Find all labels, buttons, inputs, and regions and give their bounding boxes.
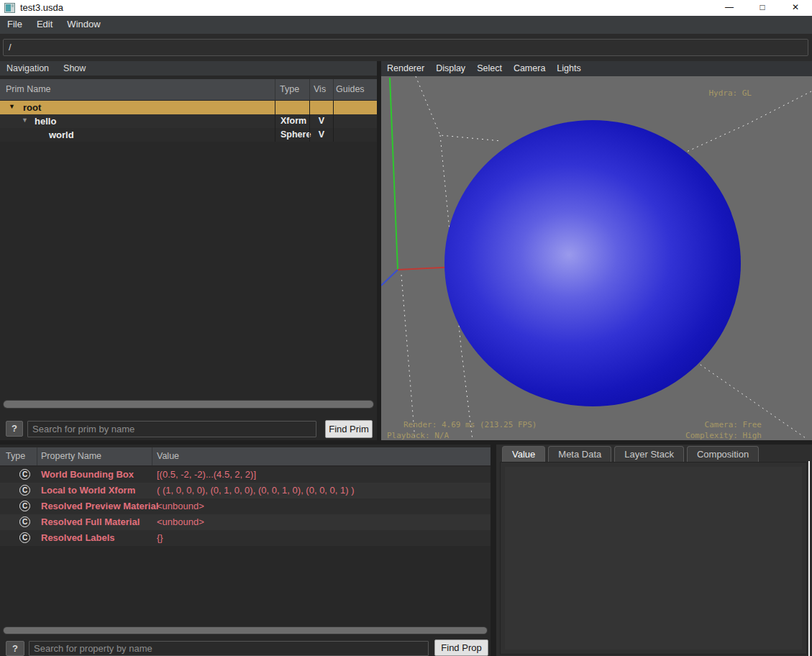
prim-guides: [333, 128, 377, 142]
tree-row-root[interactable]: ▼ root: [0, 101, 377, 114]
hud-renderer: Hydra: GL: [708, 88, 752, 98]
property-name: Resolved Preview Material: [41, 501, 158, 511]
circled-c-icon: C: [19, 532, 30, 543]
col-property-name[interactable]: Property Name: [41, 451, 101, 461]
property-row[interactable]: C Resolved Preview Material <unbound>: [0, 498, 491, 514]
hud-render-stats: Render: 4.69 ms (213.25 FPS): [403, 420, 537, 429]
menu-edit[interactable]: Edit: [29, 16, 60, 29]
close-button[interactable]: ✕: [779, 0, 812, 16]
column-separator: [275, 79, 275, 100]
frustum-line: [416, 76, 501, 141]
maximize-button[interactable]: □: [746, 0, 779, 16]
menu-show[interactable]: Show: [57, 62, 93, 73]
inspector-tabbar: Value Meta Data Layer Stack Composition: [502, 446, 759, 462]
prim-search-help-button[interactable]: ?: [6, 421, 23, 437]
viewport-canvas[interactable]: Hydra: GL Render: 4.69 ms (213.25 FPS) P…: [381, 76, 812, 440]
col-type[interactable]: Type: [6, 451, 25, 461]
prim-name: hello: [35, 116, 56, 127]
property-value: <unbound>: [157, 501, 204, 511]
circled-c-icon: C: [19, 485, 30, 496]
prim-vis[interactable]: V: [309, 114, 333, 128]
prim-vis[interactable]: [309, 101, 333, 114]
hud-complexity: Complexity: High: [685, 431, 762, 440]
menu-renderer[interactable]: Renderer: [381, 62, 430, 73]
property-row[interactable]: C Resolved Full Material <unbound>: [0, 514, 491, 530]
property-search-help-button[interactable]: ?: [6, 641, 24, 656]
property-value: <unbound>: [157, 516, 204, 527]
property-value: [(0.5, -2, -2)...(4.5, 2, 2)]: [157, 469, 256, 480]
window-controls: — □ ✕: [713, 0, 812, 16]
tree-row-hello[interactable]: ▼ hello Xform V: [0, 114, 377, 128]
scrollbar-thumb[interactable]: [4, 627, 487, 634]
path-bar: /: [0, 35, 812, 61]
tab-meta-data[interactable]: Meta Data: [548, 446, 611, 462]
property-name: Resolved Labels: [41, 532, 115, 543]
property-horizontal-scrollbar[interactable]: [3, 627, 488, 634]
vertical-splitter[interactable]: [491, 445, 496, 656]
column-separator: [309, 79, 310, 100]
col-prim-name[interactable]: Prim Name: [6, 84, 51, 94]
find-prim-button[interactable]: Find Prim: [325, 420, 373, 438]
prim-type: Xform: [275, 114, 309, 128]
circled-c-icon: C: [19, 469, 30, 480]
frustum-line: [682, 91, 811, 154]
menu-file[interactable]: File: [0, 16, 29, 29]
tree-header: Prim Name Type Vis Guides: [0, 79, 377, 100]
property-search-input[interactable]: [29, 641, 429, 656]
col-type[interactable]: Type: [280, 84, 299, 94]
prim-type: Sphere: [275, 128, 309, 142]
hud-playback: Playback: N/A: [387, 431, 449, 440]
tab-composition[interactable]: Composition: [687, 446, 759, 462]
expander-triangle-icon[interactable]: ▼: [22, 117, 28, 124]
viewport-menubar: RendererDisplaySelectCameraLights: [381, 61, 812, 76]
circled-c-icon: C: [19, 516, 30, 527]
tree-row-world[interactable]: world Sphere V: [0, 128, 377, 142]
tab-value[interactable]: Value: [502, 446, 545, 462]
tree-horizontal-scrollbar[interactable]: [3, 400, 374, 409]
find-prop-button[interactable]: Find Prop: [434, 639, 488, 656]
sphere-prim[interactable]: [444, 120, 741, 406]
column-separator: [152, 447, 152, 465]
prim-guides: [333, 114, 377, 128]
column-separator: [37, 447, 37, 465]
inspector-content: [500, 462, 807, 655]
main-menubar: FileEditWindow: [0, 16, 812, 35]
menu-select[interactable]: Select: [471, 62, 508, 73]
inspector-scrollbar[interactable]: [808, 461, 810, 656]
expander-triangle-icon[interactable]: ▼: [9, 103, 15, 110]
col-guides[interactable]: Guides: [336, 84, 365, 94]
col-value[interactable]: Value: [157, 451, 179, 461]
property-row[interactable]: C Local to World Xform ( (1, 0, 0, 0), (…: [0, 483, 491, 498]
menu-navigation[interactable]: Navigation: [0, 62, 57, 73]
property-row[interactable]: C Resolved Labels {}: [0, 530, 491, 546]
z-axis: [381, 270, 398, 286]
prim-name: root: [23, 102, 41, 113]
menu-lights[interactable]: Lights: [551, 62, 586, 73]
prim-search-input[interactable]: [27, 421, 316, 437]
prim-vis[interactable]: V: [309, 128, 333, 142]
property-name: World Bounding Box: [41, 469, 134, 480]
menu-window[interactable]: Window: [60, 16, 107, 29]
property-value: ( (1, 0, 0, 0), (0, 1, 0, 0), (0, 0, 1, …: [157, 485, 355, 496]
menu-camera[interactable]: Camera: [508, 62, 551, 73]
usdview-window: test3.usda — □ ✕ FileEditWindow / Naviga…: [0, 0, 812, 656]
scrollbar-thumb[interactable]: [4, 401, 373, 408]
hud-camera: Camera: Free: [705, 420, 762, 429]
y-axis: [390, 78, 398, 270]
tab-layer-stack[interactable]: Layer Stack: [614, 446, 684, 462]
circled-c-icon: C: [19, 501, 30, 511]
column-separator: [333, 79, 334, 100]
window-title: test3.usda: [20, 2, 63, 13]
titlebar: test3.usda — □ ✕: [0, 0, 812, 16]
prim-path-field[interactable]: /: [3, 39, 808, 56]
col-vis[interactable]: Vis: [314, 84, 326, 94]
property-name: Local to World Xform: [41, 485, 135, 496]
prim-type: [275, 101, 309, 114]
prim-name: world: [49, 129, 74, 140]
property-row[interactable]: C World Bounding Box [(0.5, -2, -2)...(4…: [0, 467, 491, 483]
menu-display[interactable]: Display: [430, 62, 471, 73]
frustum-line: [401, 275, 415, 440]
minimize-button[interactable]: —: [713, 0, 746, 16]
property-header: Type Property Name Value: [0, 447, 491, 465]
property-name: Resolved Full Material: [41, 516, 140, 527]
